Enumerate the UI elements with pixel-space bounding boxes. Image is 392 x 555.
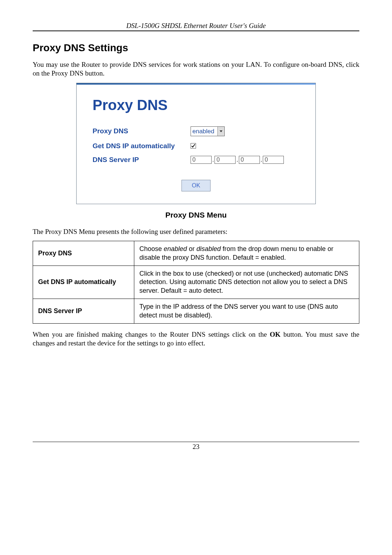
ip-octet-2[interactable]: 0 [215, 156, 236, 164]
ok-button[interactable]: OK [181, 180, 211, 191]
proxy-dns-label: Proxy DNS [93, 127, 191, 135]
table-row: Get DNS IP automatically Click in the bo… [33, 266, 359, 299]
param-name: Proxy DNS [33, 241, 134, 266]
row-proxy-dns: Proxy DNS enabled [93, 126, 299, 136]
closing-paragraph: When you are finished making changes to … [33, 330, 359, 348]
intro-paragraph: You may use the Router to provide DNS se… [33, 60, 359, 78]
param-name: Get DNS IP automatically [33, 266, 134, 299]
dns-server-ip-label: DNS Server IP [93, 156, 191, 164]
row-get-dns-ip: Get DNS IP automatically [93, 142, 299, 150]
panel-title: Proxy DNS [93, 97, 299, 113]
dns-server-ip-input[interactable]: 0 . 0 . 0 . 0 [191, 156, 284, 164]
param-desc: Choose enabled or disabled from the drop… [134, 241, 359, 266]
get-dns-ip-checkbox[interactable] [191, 143, 196, 149]
param-desc: Click in the box to use (checked) or not… [134, 266, 359, 299]
param-desc: Type in the IP address of the DNS server… [134, 299, 359, 324]
param-name: DNS Server IP [33, 299, 134, 324]
table-row: DNS Server IP Type in the IP address of … [33, 299, 359, 324]
ip-octet-3[interactable]: 0 [239, 156, 260, 164]
row-dns-server-ip: DNS Server IP 0 . 0 . 0 . 0 [93, 156, 299, 164]
proxy-dns-screenshot: Proxy DNS Proxy DNS enabled Get DNS IP a… [76, 83, 316, 204]
running-header: DSL-1500G SHDSL Ethernet Router User's G… [33, 22, 359, 31]
table-intro: The Proxy DNS Menu presents the followin… [33, 227, 359, 236]
parameters-table: Proxy DNS Choose enabled or disabled fro… [33, 241, 359, 324]
ip-octet-1[interactable]: 0 [191, 156, 212, 164]
figure-caption: Proxy DNS Menu [33, 211, 359, 219]
dropdown-value: enabled [191, 127, 217, 136]
page-footer: 23 [33, 442, 359, 451]
table-row: Proxy DNS Choose enabled or disabled fro… [33, 241, 359, 266]
page-number: 23 [193, 443, 200, 450]
chevron-down-icon [217, 127, 224, 136]
section-title: Proxy DNS Settings [33, 42, 359, 54]
ip-octet-4[interactable]: 0 [263, 156, 284, 164]
get-dns-ip-label: Get DNS IP automatically [93, 142, 191, 150]
proxy-dns-dropdown[interactable]: enabled [191, 126, 225, 136]
svg-marker-0 [220, 130, 222, 132]
